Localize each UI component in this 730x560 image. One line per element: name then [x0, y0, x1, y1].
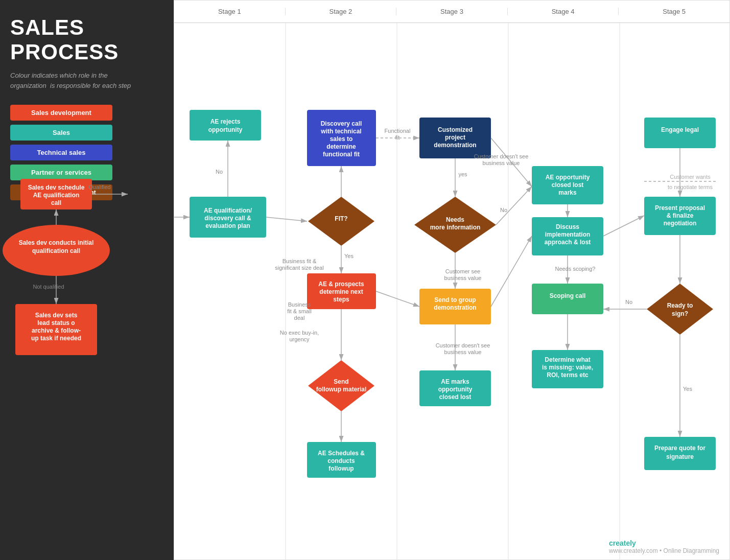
svg-text:project: project [445, 134, 465, 141]
svg-text:AE opportunity: AE opportunity [546, 174, 590, 181]
svg-text:Scoping call: Scoping call [550, 292, 586, 299]
svg-text:AE rejects: AE rejects [210, 118, 241, 125]
label-functional-fit: Functional [385, 128, 411, 134]
svg-text:business value: business value [444, 349, 482, 355]
arrow-groupdemo-to-discuss [491, 236, 532, 307]
svg-text:opportunity: opportunity [438, 386, 473, 393]
left-panel-svg: Sales dev conducts initial qualification… [0, 179, 174, 536]
stage-1-header: Stage 1 [174, 8, 286, 15]
label-yes-2: Yes [344, 253, 354, 259]
svg-text:negotiation: negotiation [664, 220, 697, 227]
svg-text:demonstration: demonstration [434, 142, 476, 149]
svg-text:business value: business value [444, 275, 482, 281]
svg-text:functional fit: functional fit [323, 151, 360, 158]
svg-text:AE & prospects: AE & prospects [318, 281, 364, 288]
label-biz-fit-sig: Business fit & [282, 258, 317, 264]
svg-text:Discuss: Discuss [556, 223, 579, 230]
svg-text:archive & follow-: archive & follow- [32, 327, 81, 334]
svg-text:lead status o: lead status o [37, 319, 75, 326]
svg-text:determine next: determine next [319, 288, 363, 295]
svg-text:signature: signature [666, 453, 694, 460]
svg-text:Not qualified: Not qualified [33, 284, 64, 290]
svg-text:Sales dev schedule: Sales dev schedule [28, 184, 85, 191]
svg-text:AE marks: AE marks [441, 378, 469, 385]
svg-text:closed lost: closed lost [552, 181, 584, 189]
svg-text:discovery call &: discovery call & [204, 215, 251, 222]
label-no-exec: No exec buy-in, [280, 330, 319, 336]
svg-text:AE Schedules &: AE Schedules & [318, 450, 365, 457]
svg-text:implementation: implementation [545, 231, 591, 238]
svg-text:Customized: Customized [438, 126, 473, 133]
legend-tech-sales: Technical sales [10, 145, 112, 160]
svg-text:& finalize: & finalize [667, 212, 694, 219]
label-cust-see-bv: Customer see [445, 268, 480, 274]
ae-qualification-text: AE qualification/ [204, 207, 252, 214]
svg-text:followup: followup [328, 465, 354, 472]
label-no-1: No [216, 169, 223, 175]
stage-5-header: Stage 5 [619, 8, 729, 15]
legend-partner: Partner or services [10, 165, 112, 180]
svg-text:Prepare quote for: Prepare quote for [654, 445, 705, 452]
label-yes-3: Yes [683, 386, 692, 392]
svg-text:evaluation plan: evaluation plan [205, 222, 250, 229]
label-yes: yes [458, 171, 467, 177]
svg-text:urgency: urgency [289, 336, 310, 342]
svg-text:Sales dev conducts initial: Sales dev conducts initial [19, 239, 94, 246]
svg-text:to negotiate terms: to negotiate terms [668, 184, 713, 190]
svg-text:steps: steps [333, 296, 349, 303]
svg-text:Determine what: Determine what [545, 356, 590, 363]
svg-text:up task if needed: up task if needed [31, 335, 81, 342]
svg-text:is missing: value,: is missing: value, [542, 364, 593, 371]
svg-text:call: call [51, 199, 61, 206]
creately-branding: creately www.creately.com • Online Diagr… [609, 539, 719, 554]
stage-2-header: Stage 2 [286, 8, 397, 15]
svg-text:Sales dev sets: Sales dev sets [35, 312, 78, 319]
arrow-prospects-to-groupdemo [376, 291, 419, 307]
svg-text:qualification call: qualification call [32, 247, 80, 254]
svg-text:conducts: conducts [327, 457, 355, 464]
diagram-svg: AE qualification/ discovery call & evalu… [174, 23, 730, 560]
svg-text:fit & small: fit & small [287, 308, 312, 314]
svg-text:Qualified: Qualified [88, 184, 110, 190]
subtitle: Colour indicates which role in theorgani… [10, 71, 163, 90]
label-no-3: No [625, 299, 632, 305]
arrow-ae-to-fit [266, 217, 307, 221]
stage-3-header: Stage 3 [396, 8, 508, 15]
label-cust-negotiate: Customer wants [670, 174, 711, 180]
svg-text:Discovery call: Discovery call [321, 120, 362, 127]
svg-text:Engage legal: Engage legal [661, 126, 699, 133]
svg-text:determine: determine [326, 143, 356, 150]
svg-text:closed lost: closed lost [439, 393, 472, 401]
svg-text:Send to group: Send to group [434, 296, 476, 304]
label-no-2: No [500, 207, 507, 213]
svg-text:fit: fit [395, 134, 400, 141]
svg-text:business value: business value [483, 160, 520, 166]
page-title: SALES PROCESS [10, 15, 163, 64]
label-cust-no-bv1: Customer doesn't see [474, 153, 529, 159]
label-biz-fit-small: Business [288, 301, 311, 308]
svg-text:ROI, terms etc: ROI, terms etc [547, 371, 588, 379]
arrow-needs-to-closed [496, 186, 532, 225]
svg-text:more information: more information [430, 224, 481, 231]
svg-text:deal: deal [294, 315, 305, 321]
svg-text:Present proposal: Present proposal [655, 204, 705, 212]
svg-text:Ready to: Ready to [667, 302, 693, 309]
svg-text:AE qualification: AE qualification [33, 192, 80, 199]
svg-text:FIT?: FIT? [335, 215, 347, 222]
label-needs-scoping: Needs scoping? [555, 266, 596, 272]
svg-text:followup material: followup material [316, 386, 367, 393]
svg-text:Needs: Needs [446, 216, 464, 223]
svg-text:significant size deal: significant size deal [275, 265, 323, 271]
svg-text:opportunity: opportunity [208, 126, 243, 133]
diagram-area: Stage 1 Stage 2 Stage 3 Stage 4 Stage 5 … [174, 0, 730, 560]
stage-headers: Stage 1 Stage 2 Stage 3 Stage 4 Stage 5 [174, 1, 729, 23]
svg-text:demonstration: demonstration [434, 304, 476, 311]
svg-text:approach & lost: approach & lost [545, 239, 591, 246]
svg-text:sign?: sign? [672, 310, 688, 317]
label-cust-no-bv2: Customer doesn't see [436, 342, 490, 348]
svg-text:sales to: sales to [330, 135, 353, 143]
legend-sales-dev: Sales development [10, 105, 112, 121]
svg-text:marks: marks [558, 189, 577, 196]
legend-sales: Sales [10, 125, 112, 141]
svg-text:with technical: with technical [320, 128, 361, 135]
